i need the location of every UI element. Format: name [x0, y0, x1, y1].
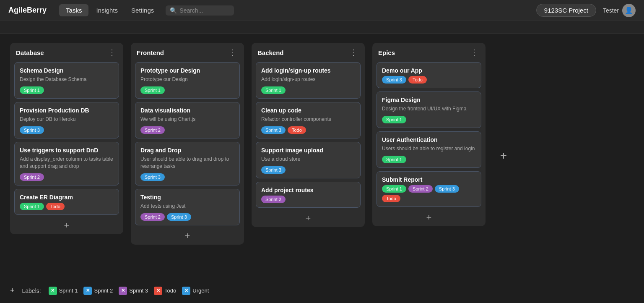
footer-add-label-icon[interactable]: +	[10, 286, 15, 295]
tag-todo: Todo	[46, 203, 65, 210]
card-desc: Users should be able to register and log…	[382, 145, 476, 152]
card[interactable]: Add project routesSprint 2	[256, 182, 361, 208]
column-body-database: Schema DesignDesign the Database SchemaS…	[10, 60, 123, 217]
card-title: Schema Design	[20, 67, 114, 74]
card[interactable]: Drag and DropUser should be able to drag…	[135, 142, 240, 185]
card-title: Submit Report	[382, 176, 476, 183]
card-tags: Sprint 2	[261, 196, 355, 203]
label-remove-urgent[interactable]: ✕	[182, 287, 190, 295]
add-card-button-database[interactable]: +	[14, 220, 119, 231]
tag-sprint3: Sprint 3	[261, 166, 286, 174]
search-input[interactable]	[179, 7, 230, 14]
card[interactable]: Use triggers to support DnDAdd a display…	[14, 142, 119, 185]
column-body-backend: Add login/sign-up routesAdd login/sign-u…	[252, 60, 365, 209]
card-tags: Sprint 1	[382, 116, 476, 123]
tag-sprint3: Sprint 3	[167, 213, 191, 221]
search-icon: 🔍	[170, 7, 177, 14]
label-remove-todo[interactable]: ✕	[154, 287, 162, 295]
card[interactable]: Figma DesignDesign the frontend UI/UX wi…	[377, 91, 481, 128]
add-card-button-frontend[interactable]: +	[135, 230, 240, 241]
column-header-backend: Backend⋮	[252, 43, 365, 60]
project-button[interactable]: 9123SC Project	[536, 4, 596, 17]
tag-sprint2: Sprint 2	[140, 126, 165, 134]
card[interactable]: Prototype our DesignPrototype our Design…	[135, 62, 240, 99]
card-tags: Sprint 3	[140, 173, 234, 181]
tag-sprint1: Sprint 1	[261, 86, 286, 94]
card[interactable]: User AuthenticationUsers should be able …	[377, 131, 481, 168]
tag-sprint3: Sprint 3	[261, 126, 286, 134]
card-title: Testing	[140, 193, 234, 201]
column-body-epics: Demo our AppSprint 3TodoFigma DesignDesi…	[372, 60, 486, 209]
avatar: 👤	[622, 4, 636, 17]
column-footer-backend: +	[252, 209, 365, 227]
nav-insights[interactable]: Insights	[90, 4, 124, 16]
column-menu-epics[interactable]: ⋮	[469, 48, 480, 57]
card[interactable]: Demo our AppSprint 3Todo	[377, 62, 481, 88]
card[interactable]: Clean up codeRefactor controller compone…	[256, 102, 361, 138]
column-footer-frontend: +	[131, 227, 244, 245]
tag-sprint1: Sprint 1	[382, 185, 406, 193]
card[interactable]: Schema DesignDesign the Database SchemaS…	[14, 62, 119, 99]
column-database: Database⋮Schema DesignDesign the Databas…	[10, 43, 123, 234]
column-header-epics: Epics⋮	[372, 43, 486, 60]
nav-settings[interactable]: Settings	[125, 4, 160, 16]
card[interactable]: Create ER DiagramSprint 1Todo	[14, 189, 119, 215]
card[interactable]: Submit ReportSprint 1Sprint 2Sprint 3Tod…	[377, 171, 481, 207]
label-remove-sprint2[interactable]: ✕	[83, 287, 92, 295]
card-tags: Sprint 1Sprint 2Sprint 3Todo	[382, 185, 476, 202]
card-tags: Sprint 2	[140, 126, 234, 134]
nav-links: Tasks Insights Settings 🔍	[59, 4, 536, 16]
card[interactable]: TestingAdd tests using JestSprint 2Sprin…	[135, 189, 240, 225]
label-remove-sprint3[interactable]: ✕	[119, 287, 127, 295]
column-menu-frontend[interactable]: ⋮	[227, 48, 238, 57]
card-title: Support image upload	[261, 146, 355, 154]
tag-sprint1: Sprint 1	[382, 156, 406, 163]
add-card-button-backend[interactable]: +	[256, 213, 361, 224]
column-header-database: Database⋮	[10, 43, 123, 60]
card-desc: Add login/sign-up routes	[261, 76, 355, 83]
card-tags: Sprint 2	[20, 173, 114, 181]
card[interactable]: Data visualisationWe will be using Chart…	[135, 102, 240, 138]
card-tags: Sprint 1	[261, 86, 355, 94]
card[interactable]: Support image uploadUse a cloud storeSpr…	[256, 142, 361, 178]
tag-sprint1: Sprint 1	[20, 203, 44, 210]
card-desc: Design the Database Schema	[20, 76, 114, 83]
label-name-sprint1: Sprint 1	[59, 287, 78, 294]
card-desc: Add a display_order column to tasks tabl…	[20, 156, 114, 170]
tag-sprint2: Sprint 2	[140, 213, 165, 221]
card-title: Add project routes	[261, 186, 355, 194]
label-remove-sprint1[interactable]: ✕	[49, 287, 57, 295]
card-title: Create ER Diagram	[20, 193, 114, 201]
tag-sprint2: Sprint 2	[261, 196, 286, 203]
tag-sprint3: Sprint 3	[435, 185, 459, 193]
footer-label-sprint2: ✕Sprint 2	[83, 287, 113, 295]
footer-labels-title: Labels:	[22, 287, 41, 294]
card-title: Prototype our Design	[140, 67, 234, 74]
card-title: Add login/sign-up routes	[261, 67, 355, 74]
column-menu-backend[interactable]: ⋮	[348, 48, 359, 57]
label-name-urgent: Urgent	[192, 287, 209, 294]
card-title: Figma Design	[382, 96, 476, 104]
add-column-button[interactable]: +	[493, 149, 514, 162]
column-menu-database[interactable]: ⋮	[106, 48, 117, 57]
card-tags: Sprint 2Sprint 3	[140, 213, 234, 221]
tag-sprint3: Sprint 3	[382, 76, 406, 84]
card-desc: Prototype our Design	[140, 76, 234, 83]
card-title: User Authentication	[382, 136, 476, 144]
card-tags: Sprint 3	[20, 126, 114, 134]
label-name-sprint2: Sprint 2	[94, 287, 113, 294]
card[interactable]: Provision Production DBDeploy our DB to …	[14, 102, 119, 138]
card-desc: Use a cloud store	[261, 156, 355, 163]
search-wrap: 🔍	[166, 5, 234, 16]
add-card-button-epics[interactable]: +	[377, 212, 481, 223]
card-tags: Sprint 1	[382, 156, 476, 163]
subheader	[0, 21, 644, 34]
nav-tasks[interactable]: Tasks	[59, 4, 88, 16]
card-tags: Sprint 1	[140, 86, 234, 94]
footer-label-sprint1: ✕Sprint 1	[49, 287, 78, 295]
label-name-sprint3: Sprint 3	[129, 287, 148, 294]
card-tags: Sprint 3Todo	[382, 76, 476, 84]
column-body-frontend: Prototype our DesignPrototype our Design…	[131, 60, 244, 227]
card-tags: Sprint 3Todo	[261, 126, 355, 134]
card[interactable]: Add login/sign-up routesAdd login/sign-u…	[256, 62, 361, 99]
